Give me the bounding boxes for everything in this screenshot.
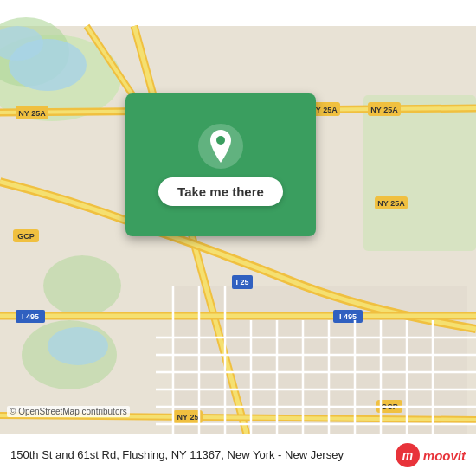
- map-background: NY 25A NY 25A NY 25A GCP I 16 I 495 I 49…: [0, 0, 476, 476]
- take-me-there-button[interactable]: Take me there: [158, 177, 283, 206]
- svg-text:NY 25A: NY 25A: [18, 109, 46, 118]
- moovit-label: moovit: [423, 448, 466, 463]
- location-icon-wrapper: [198, 124, 243, 169]
- svg-point-60: [216, 136, 225, 145]
- svg-text:NY 25: NY 25: [177, 413, 199, 421]
- svg-text:NY 25A: NY 25A: [370, 106, 398, 114]
- map-container: NY 25A NY 25A NY 25A GCP I 16 I 495 I 49…: [0, 0, 476, 476]
- svg-point-8: [48, 327, 108, 365]
- moovit-logo-icon: m: [396, 443, 420, 467]
- address-label: 150th St and 61st Rd, Flushing, NY 11367…: [10, 448, 344, 461]
- bottom-bar: 150th St and 61st Rd, Flushing, NY 11367…: [0, 434, 476, 476]
- address-text: 150th St and 61st Rd, Flushing, NY 11367…: [10, 447, 387, 463]
- location-pin-icon: [207, 130, 235, 163]
- svg-rect-5: [363, 95, 476, 251]
- svg-text:I 495: I 495: [339, 312, 357, 321]
- svg-text:NY 25A: NY 25A: [377, 199, 405, 208]
- svg-text:GCP: GCP: [17, 232, 35, 241]
- svg-text:m: m: [402, 448, 413, 462]
- svg-point-6: [43, 255, 121, 316]
- moovit-logo: m moovit: [396, 443, 466, 467]
- copyright-text: © OpenStreetMap contributors: [7, 406, 130, 417]
- svg-text:I 25: I 25: [235, 278, 248, 286]
- svg-text:I 495: I 495: [22, 312, 39, 321]
- svg-rect-9: [173, 286, 467, 450]
- location-card: Take me there: [125, 93, 316, 236]
